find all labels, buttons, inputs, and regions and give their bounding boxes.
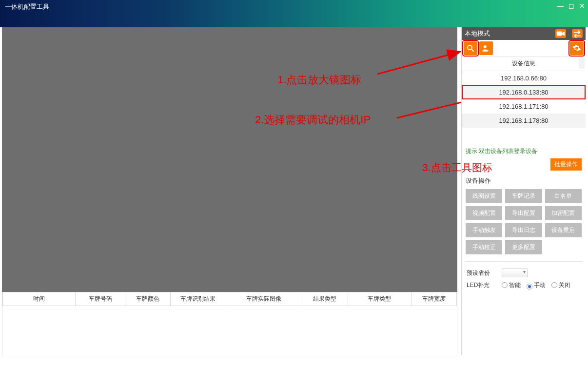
encrypt-config-button[interactable]: 加密配置 bbox=[545, 206, 582, 220]
device-ops-section: 设备操作 线圈设置 车牌记录 白名单 视频配置 导出配置 加密配置 手动触发 导… bbox=[462, 173, 586, 256]
col-result-type[interactable]: 结果类型 bbox=[302, 292, 348, 306]
svg-line-2 bbox=[397, 96, 461, 118]
led-radio-group: 智能 手动 关闭 bbox=[502, 281, 570, 289]
device-info-header: 设备信息 bbox=[462, 57, 586, 71]
device-item[interactable]: 192.168.1.178:80 bbox=[462, 114, 586, 128]
maximize-button[interactable]: ◻ bbox=[568, 2, 574, 10]
svg-rect-4 bbox=[557, 31, 562, 36]
gear-icon[interactable] bbox=[570, 41, 584, 55]
close-button[interactable]: ✕ bbox=[579, 2, 585, 10]
manual-correct-button[interactable]: 手动校正 bbox=[466, 240, 502, 254]
led-radio-smart[interactable]: 智能 bbox=[502, 281, 521, 289]
device-reboot-button[interactable]: 设备重启 bbox=[545, 223, 582, 237]
svg-line-6 bbox=[471, 49, 474, 52]
table-header-row: 时间 车牌号码 车牌颜色 车牌识别结果 车牌实际图像 结果类型 车牌类型 车牌宽… bbox=[3, 292, 457, 306]
radio-icon bbox=[551, 282, 557, 288]
video-config-button[interactable]: 视频配置 bbox=[466, 206, 502, 220]
col-real-image[interactable]: 车牌实际图像 bbox=[225, 292, 302, 306]
results-table: 时间 车牌号码 车牌颜色 车牌识别结果 车牌实际图像 结果类型 车牌类型 车牌宽… bbox=[2, 292, 457, 306]
mode-label: 本地模式 bbox=[465, 29, 490, 38]
mode-bar: 本地模式 bbox=[462, 27, 586, 40]
led-label: LED补光 bbox=[467, 281, 496, 289]
svg-point-5 bbox=[468, 45, 472, 50]
led-fill-row: LED补光 智能 手动 关闭 bbox=[462, 279, 586, 291]
annotation-step1: 1.点击放大镜图标 bbox=[277, 73, 361, 87]
main-area: 1.点击放大镜图标 2.选择需要调试的相机IP 3.点击工具图标 bbox=[0, 27, 588, 355]
device-item[interactable]: 192.168.0.66:80 bbox=[462, 71, 586, 85]
col-recog-result[interactable]: 车牌识别结果 bbox=[171, 292, 225, 306]
radio-icon bbox=[527, 284, 532, 289]
coil-settings-button[interactable]: 线圈设置 bbox=[466, 189, 502, 203]
annotation-arrows bbox=[2, 27, 461, 286]
col-plate-type[interactable]: 车牌类型 bbox=[348, 292, 411, 306]
more-config-button[interactable]: 更多配置 bbox=[505, 240, 542, 254]
svg-point-7 bbox=[484, 45, 487, 48]
device-item[interactable]: 192.168.1.171:80 bbox=[462, 99, 586, 114]
app-title: 一体机配置工具 bbox=[5, 3, 49, 11]
annotation-step3: 3.点击工具图标 bbox=[422, 161, 492, 174]
col-plate-color[interactable]: 车牌颜色 bbox=[125, 292, 171, 306]
left-column: 1.点击放大镜图标 2.选择需要调试的相机IP 3.点击工具图标 bbox=[0, 27, 459, 355]
preset-province-label: 预设省份 bbox=[467, 269, 496, 277]
whitelist-button[interactable]: 白名单 bbox=[545, 189, 582, 203]
manual-trigger-button[interactable]: 手动触发 bbox=[466, 223, 502, 237]
batch-operate-button[interactable]: 批量操作 bbox=[550, 158, 582, 171]
annotation-step2: 2.选择需要调试的相机IP bbox=[255, 113, 371, 127]
minimize-button[interactable]: — bbox=[557, 2, 564, 10]
divider bbox=[465, 261, 583, 262]
search-icon[interactable] bbox=[464, 41, 477, 55]
title-bar: 一体机配置工具 — ◻ ✕ bbox=[0, 0, 588, 27]
device-list: 192.168.0.66:80 192.168.0.133:80 192.168… bbox=[462, 71, 586, 128]
camera-icon[interactable] bbox=[555, 29, 566, 38]
window-controls: — ◻ ✕ bbox=[557, 2, 585, 10]
device-ops-title: 设备操作 bbox=[466, 176, 582, 185]
user-ip-icon[interactable]: IP bbox=[479, 41, 493, 55]
col-time[interactable]: 时间 bbox=[3, 292, 76, 306]
preset-province-row: 预设省份 bbox=[462, 267, 586, 279]
svg-line-1 bbox=[377, 52, 460, 74]
led-radio-manual[interactable]: 手动 bbox=[527, 281, 546, 289]
video-preview: 1.点击放大镜图标 2.选择需要调试的相机IP 3.点击工具图标 bbox=[2, 27, 457, 292]
preset-province-select[interactable] bbox=[502, 269, 528, 277]
plate-record-button[interactable]: 车牌记录 bbox=[505, 189, 542, 203]
col-plate-no[interactable]: 车牌号码 bbox=[75, 292, 125, 306]
led-radio-off[interactable]: 关闭 bbox=[551, 281, 570, 289]
col-plate-width[interactable]: 车牌宽度 bbox=[411, 292, 456, 306]
device-toolbar: IP bbox=[462, 40, 586, 57]
export-log-button[interactable]: 导出日志 bbox=[505, 223, 542, 237]
svg-text:IP: IP bbox=[487, 49, 490, 52]
hint-text: 提示:双击设备列表登录设备 bbox=[462, 145, 586, 158]
export-config-button[interactable]: 导出配置 bbox=[505, 206, 542, 220]
device-item-selected[interactable]: 192.168.0.133:80 bbox=[462, 85, 586, 99]
result-table: 时间 车牌号码 车牌颜色 车牌识别结果 车牌实际图像 结果类型 车牌类型 车牌宽… bbox=[2, 292, 457, 355]
swap-icon[interactable] bbox=[572, 29, 583, 38]
right-panel: 本地模式 IP 设备信息 192.168.0.66:8 bbox=[461, 27, 586, 355]
radio-icon bbox=[502, 282, 508, 288]
